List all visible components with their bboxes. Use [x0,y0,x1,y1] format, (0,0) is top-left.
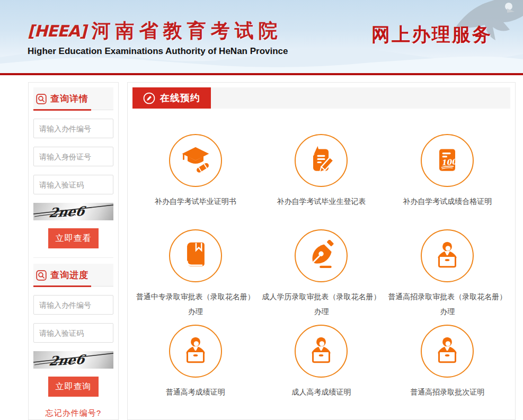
person-laptop-icon [431,335,463,367]
service-adult-gaokao-score-certificate[interactable]: 成人高考成绩证明 [259,325,385,420]
service-secondary-school-admission-form[interactable]: 普通中专录取审批表（录取花名册）办理 [132,229,259,325]
forgot-docnumber-link[interactable]: 忘记办件编号? [33,408,113,418]
service-label: 成人高考成绩证明 [291,385,351,399]
service-adult-education-admission-form[interactable]: 成人学历录取审批表（录取花名册）办理 [259,229,385,325]
service-label: 普通高招录取批次证明 [410,385,484,399]
heea-logo-icon: [HEEA] [28,22,86,40]
service-graduate-registration-form[interactable]: 补办自学考试毕业生登记表 [259,134,385,229]
service-label: 普通高招录取审批表（录取花名册）办理 [387,289,508,319]
progress-docnumber-input[interactable] [33,295,113,315]
service-label: 补办自学考试成绩合格证明 [403,194,492,209]
document-pencil-icon [305,145,337,176]
service-circle [295,229,348,282]
portal-title: 网上办理服务 [371,22,492,47]
service-circle [295,325,348,378]
book-icon [180,240,211,272]
page-body: 查询详情 2ne6 立即查看 查询进度 [0,82,523,420]
service-circle: 100 [421,134,474,187]
service-circle [169,325,222,378]
service-admission-batch-certificate[interactable]: 普通高招录取批次证明 [384,325,510,420]
online-reservation-panel: 在线预约 补办自学 [127,82,516,420]
service-label: 普通中专录取审批表（录取花名册）办理 [135,289,256,319]
service-diploma-certificate[interactable]: 补办自学考试毕业证明书 [132,134,259,229]
detail-captcha-input[interactable] [33,175,113,194]
progress-query-title: 查询进度 [33,264,113,287]
detail-captcha-image[interactable]: 2ne6 [33,203,113,220]
service-circle [169,229,222,282]
graduation-cap-icon [180,145,211,176]
person-laptop-icon [180,335,211,367]
progress-captcha-image[interactable]: 2ne6 [33,351,113,369]
detail-query-title: 查询详情 [33,87,113,110]
pencil-circle-icon [143,92,155,104]
panel-header: 在线预约 [132,87,510,109]
progress-captcha-text: 2ne6 [48,352,87,369]
service-score-qualification-certificate[interactable]: 100 补办自学考试成绩合格证明 [384,134,510,229]
service-circle [169,134,222,187]
detail-query-title-label: 查询详情 [50,93,88,105]
person-laptop-icon [431,240,463,272]
site-logo: [HEEA] 河南省教育考试院 Higher Education Examina… [28,18,288,57]
person-laptop-icon [305,335,337,367]
service-label: 补办自学考试毕业生登记表 [277,194,366,209]
header-divider [0,73,523,75]
pen-nib-icon [305,240,337,272]
service-label: 普通高考成绩证明 [166,385,225,399]
service-circle [421,325,474,378]
site-header: [HEEA] 河南省教育考试院 Higher Education Examina… [0,0,523,73]
progress-captcha-input[interactable] [33,323,113,343]
score-100-icon: 100 [431,145,463,176]
org-name-chinese: 河南省教育考试院 [92,18,282,44]
services-grid: 补办自学考试毕业证明书 [132,109,510,420]
service-college-admission-form[interactable]: 普通高招录取审批表（录取花名册）办理 [384,229,510,325]
detail-query-button[interactable]: 立即查看 [48,228,99,248]
sidebar-divider [33,257,113,258]
progress-query-title-label: 查询进度 [50,269,88,281]
service-label: 补办自学考试毕业证明书 [155,194,236,209]
svg-text:100: 100 [441,157,458,167]
search-icon [36,270,47,281]
service-circle [295,134,348,187]
progress-query-button[interactable]: 立即查询 [48,377,99,397]
detail-docnumber-input[interactable] [33,119,113,138]
service-label: 成人学历录取审批表（录取花名册）办理 [261,289,382,319]
detail-captcha-text: 2ne6 [48,203,87,220]
service-circle [421,229,474,282]
search-icon [36,94,47,104]
tab-online-reservation[interactable]: 在线预约 [132,87,211,109]
service-gaokao-score-certificate[interactable]: 普通高考成绩证明 [132,325,259,420]
detail-idnumber-input[interactable] [33,147,113,166]
query-sidebar: 查询详情 2ne6 立即查看 查询进度 [28,82,119,420]
org-name-english: Higher Education Examinations Authority … [28,46,288,57]
tab-label: 在线预约 [160,92,200,104]
